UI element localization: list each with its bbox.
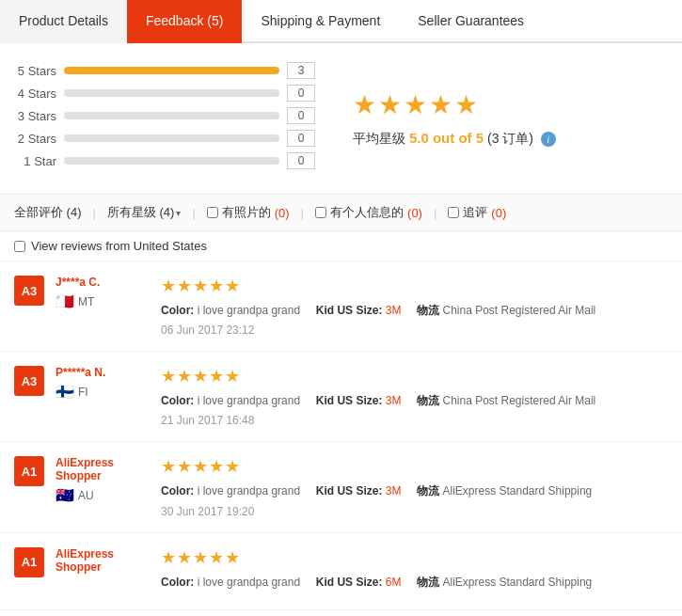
separator-4: | xyxy=(434,206,436,220)
tab-shipping-payment[interactable]: Shipping & Payment xyxy=(242,0,399,43)
separator-2: | xyxy=(192,206,195,220)
size-value: 3M xyxy=(386,394,402,407)
logistics-value: AliExpress Standard Shipping xyxy=(442,576,592,589)
review-star: ★ xyxy=(177,366,192,387)
overall-rating: ★ ★ ★ ★ ★ 平均星级 5.0 out of 5 (3 订单) i xyxy=(343,62,556,175)
review-details: Color: i love grandpa grand Kid US Size:… xyxy=(161,302,668,320)
reviewer-avatar: A3 xyxy=(14,366,44,396)
star-2: ★ xyxy=(378,89,402,120)
review-star: ★ xyxy=(193,456,208,477)
country-flag: 🇫🇮 xyxy=(56,383,74,401)
country-filter-label: View reviews from United States xyxy=(31,239,207,253)
color-label: Color: xyxy=(161,394,194,407)
review-star: ★ xyxy=(177,276,192,296)
review-stars: ★★★★★ xyxy=(161,366,668,387)
logistics-value: AliExpress Standard Shipping xyxy=(442,484,592,498)
tab-product-details[interactable]: Product Details xyxy=(0,0,127,43)
star-row-2: 2 Stars 0 xyxy=(14,130,315,147)
review-star: ★ xyxy=(209,276,224,296)
reviewer-info: AliExpress Shopper 🇦🇺 AU xyxy=(56,456,150,517)
review-content: ★★★★★ Color: i love grandpa grand Kid US… xyxy=(161,366,668,427)
size-label: Kid US Size: xyxy=(316,304,383,317)
separator-1: | xyxy=(93,206,96,220)
star-4: ★ xyxy=(429,89,452,120)
bar-bg xyxy=(64,112,279,119)
bar-count: 0 xyxy=(287,107,315,124)
personal-count: (0) xyxy=(407,206,422,220)
logistics-label: 物流 xyxy=(417,484,439,498)
avg-text: 平均星级 5.0 out of 5 (3 订单) i xyxy=(353,130,556,148)
star-row-1: 1 Star 0 xyxy=(14,152,315,169)
star-label: 3 Stars xyxy=(14,109,56,123)
review-star: ★ xyxy=(161,276,176,296)
review-details: Color: i love grandpa grand Kid US Size:… xyxy=(161,392,668,410)
tab-bar: Product DetailsFeedback (5)Shipping & Pa… xyxy=(0,0,682,43)
logistics-value: China Post Registered Air Mail xyxy=(442,304,595,317)
personal-checkbox[interactable] xyxy=(315,207,326,218)
star-5: ★ xyxy=(454,89,478,120)
review-star: ★ xyxy=(209,547,224,568)
country-filter-checkbox[interactable] xyxy=(14,241,25,252)
color-label: Color: xyxy=(161,576,194,589)
color-label: Color: xyxy=(161,304,194,317)
review-content: ★★★★★ Color: i love grandpa grand Kid US… xyxy=(161,276,668,337)
review-star: ★ xyxy=(225,276,240,296)
review-date: 06 Jun 2017 23:12 xyxy=(161,324,668,337)
rating-section: 5 Stars 3 4 Stars 0 3 Stars 0 2 Stars 0 xyxy=(0,43,682,195)
avg-number: 5.0 out of 5 xyxy=(409,130,484,146)
photo-count: (0) xyxy=(275,206,290,220)
review-item: A1 AliExpress Shopper 🇦🇺 AU ★★★★★ Color:… xyxy=(0,442,682,532)
reviewer-country: 🇦🇺 AU xyxy=(56,486,150,504)
reviewer-name: J****a C. xyxy=(56,276,150,289)
country-code: AU xyxy=(78,489,94,502)
reviewer-country: 🇫🇮 FI xyxy=(56,383,150,401)
reviewer-info: AliExpress Shopper xyxy=(56,547,150,595)
review-item: A3 J****a C. 🇲🇹 MT ★★★★★ Color: i love g… xyxy=(0,261,682,352)
tab-feedback[interactable]: Feedback (5) xyxy=(127,0,242,43)
country-filter: View reviews from United States xyxy=(0,231,682,261)
star-filter-dropdown[interactable]: 所有星级 (4) ▾ xyxy=(107,204,182,221)
reviewer-avatar: A1 xyxy=(14,456,44,486)
review-star: ★ xyxy=(193,547,208,568)
personal-label: 有个人信息的 xyxy=(330,204,404,221)
review-star: ★ xyxy=(177,456,192,477)
logistics-value: China Post Registered Air Mail xyxy=(442,394,595,407)
country-flag: 🇦🇺 xyxy=(56,486,74,504)
followup-filter[interactable]: 追评 (0) xyxy=(448,204,506,221)
size-value: 3M xyxy=(386,484,402,498)
review-item: A3 P*****a N. 🇫🇮 FI ★★★★★ Color: i love … xyxy=(0,352,682,442)
review-stars: ★★★★★ xyxy=(161,456,668,477)
photo-label: 有照片的 xyxy=(222,204,271,221)
review-stars: ★★★★★ xyxy=(161,276,668,296)
info-icon[interactable]: i xyxy=(541,132,556,147)
photo-checkbox[interactable] xyxy=(207,207,218,218)
all-reviews-filter[interactable]: 全部评价 (4) xyxy=(14,204,82,221)
color-value: i love grandpa grand xyxy=(198,304,300,317)
review-star: ★ xyxy=(225,547,240,568)
color-label: Color: xyxy=(161,484,194,498)
personal-filter[interactable]: 有个人信息的 (0) xyxy=(315,204,422,221)
review-star: ★ xyxy=(161,456,176,477)
photo-filter[interactable]: 有照片的 (0) xyxy=(207,204,290,221)
followup-count: (0) xyxy=(491,206,506,220)
review-star: ★ xyxy=(177,547,192,568)
reviewer-name: P*****a N. xyxy=(56,366,150,379)
review-star: ★ xyxy=(193,276,208,296)
star-1: ★ xyxy=(353,89,376,120)
avg-prefix: 平均星级 xyxy=(353,131,405,146)
review-star: ★ xyxy=(161,366,176,387)
reviewer-name: AliExpress Shopper xyxy=(56,547,150,574)
bar-count: 0 xyxy=(287,85,315,102)
followup-checkbox[interactable] xyxy=(448,207,459,218)
review-details: Color: i love grandpa grand Kid US Size:… xyxy=(161,574,668,592)
logistics-label: 物流 xyxy=(417,394,439,407)
reviewer-avatar: A3 xyxy=(14,276,44,306)
logistics-label: 物流 xyxy=(417,576,439,589)
reviewer-info: P*****a N. 🇫🇮 FI xyxy=(56,366,150,427)
bar-count: 0 xyxy=(287,152,315,169)
size-label: Kid US Size: xyxy=(316,484,383,498)
tab-seller-guarantees[interactable]: Seller Guarantees xyxy=(399,0,543,43)
reviewer-name: AliExpress Shopper xyxy=(56,456,150,482)
bar-count: 3 xyxy=(287,62,315,79)
star-row-3: 3 Stars 0 xyxy=(14,107,315,124)
